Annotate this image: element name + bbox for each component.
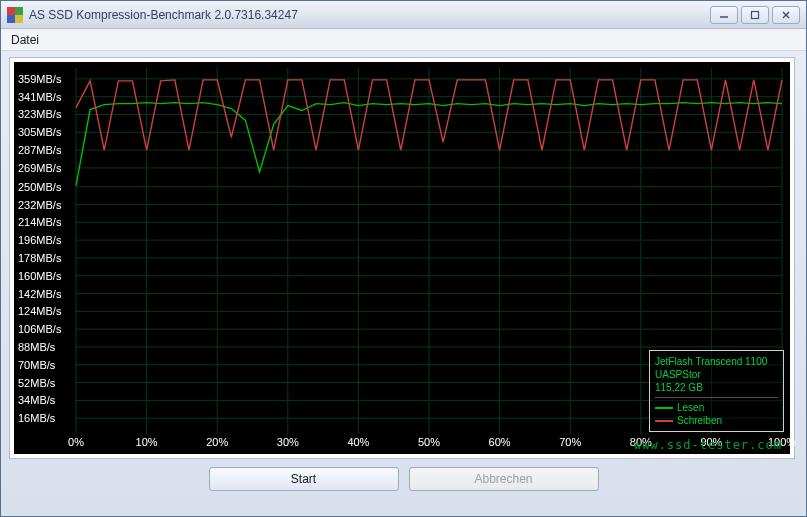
y-tick-label: 88MB/s — [18, 341, 55, 353]
y-tick-label: 34MB/s — [18, 394, 55, 406]
x-tick-label: 30% — [277, 436, 299, 448]
x-tick-label: 20% — [206, 436, 228, 448]
y-tick-label: 214MB/s — [18, 216, 61, 228]
maximize-icon — [750, 10, 760, 20]
minimize-button[interactable] — [710, 6, 738, 24]
legend-capacity: 115,22 GB — [655, 381, 778, 394]
y-tick-label: 232MB/s — [18, 199, 61, 211]
menu-datei[interactable]: Datei — [1, 29, 49, 50]
button-row: Start Abbrechen — [9, 467, 798, 491]
y-tick-label: 124MB/s — [18, 305, 61, 317]
x-tick-label: 40% — [347, 436, 369, 448]
close-button[interactable] — [772, 6, 800, 24]
y-tick-label: 16MB/s — [18, 412, 55, 424]
legend-controller: UASPStor — [655, 368, 778, 381]
y-tick-label: 305MB/s — [18, 126, 61, 138]
titlebar: AS SSD Kompression-Benchmark 2.0.7316.34… — [1, 1, 806, 29]
window-controls — [710, 6, 800, 24]
y-tick-label: 323MB/s — [18, 108, 61, 120]
legend-device: JetFlash Transcend 1100 — [655, 355, 778, 368]
y-tick-label: 160MB/s — [18, 270, 61, 282]
start-button[interactable]: Start — [209, 467, 399, 491]
app-window: AS SSD Kompression-Benchmark 2.0.7316.34… — [0, 0, 807, 517]
svg-rect-1 — [752, 11, 759, 18]
watermark-text: www.ssd-tester.com — [634, 438, 782, 452]
chart-panel: 16MB/s34MB/s52MB/s70MB/s88MB/s106MB/s124… — [9, 57, 795, 459]
x-tick-label: 10% — [136, 436, 158, 448]
app-icon — [7, 7, 23, 23]
abort-button[interactable]: Abbrechen — [409, 467, 599, 491]
write-swatch-icon — [655, 420, 673, 422]
legend-box: JetFlash Transcend 1100 UASPStor 115,22 … — [649, 350, 784, 432]
legend-read-label: Lesen — [677, 401, 704, 414]
y-tick-label: 196MB/s — [18, 234, 61, 246]
legend-write-label: Schreiben — [677, 414, 722, 427]
y-tick-label: 250MB/s — [18, 181, 61, 193]
menubar: Datei — [1, 29, 806, 51]
minimize-icon — [719, 10, 729, 20]
y-tick-label: 269MB/s — [18, 162, 61, 174]
y-tick-label: 359MB/s — [18, 73, 61, 85]
y-tick-label: 341MB/s — [18, 91, 61, 103]
y-tick-label: 106MB/s — [18, 323, 61, 335]
x-tick-label: 70% — [559, 436, 581, 448]
y-tick-label: 70MB/s — [18, 359, 55, 371]
y-tick-label: 52MB/s — [18, 377, 55, 389]
close-icon — [781, 10, 791, 20]
window-title: AS SSD Kompression-Benchmark 2.0.7316.34… — [29, 8, 710, 22]
x-tick-label: 0% — [68, 436, 84, 448]
maximize-button[interactable] — [741, 6, 769, 24]
y-tick-label: 142MB/s — [18, 288, 61, 300]
y-tick-label: 287MB/s — [18, 144, 61, 156]
x-tick-label: 50% — [418, 436, 440, 448]
y-tick-label: 178MB/s — [18, 252, 61, 264]
content-area: 16MB/s34MB/s52MB/s70MB/s88MB/s106MB/s124… — [1, 51, 806, 491]
legend-read-row: Lesen — [655, 401, 778, 414]
legend-write-row: Schreiben — [655, 414, 778, 427]
x-tick-label: 60% — [489, 436, 511, 448]
read-swatch-icon — [655, 407, 673, 409]
chart-canvas: 16MB/s34MB/s52MB/s70MB/s88MB/s106MB/s124… — [14, 62, 790, 454]
